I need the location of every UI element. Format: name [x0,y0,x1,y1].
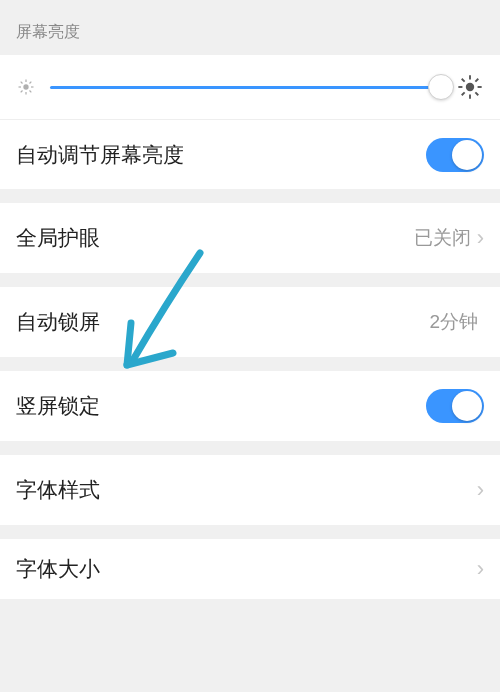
brightness-high-icon [456,73,484,101]
toggle-knob [452,391,482,421]
brightness-slider-track[interactable] [50,86,442,89]
section-gap [0,525,500,539]
orientation-lock-row[interactable]: 竖屏锁定 [0,371,500,441]
svg-line-7 [21,91,23,93]
auto-brightness-row[interactable]: 自动调节屏幕亮度 [0,119,500,189]
auto-brightness-label: 自动调节屏幕亮度 [16,141,426,169]
brightness-section-header: 屏幕亮度 [0,0,500,55]
font-style-row[interactable]: 字体样式 › [0,455,500,525]
svg-line-8 [30,82,32,84]
font-style-label: 字体样式 [16,476,477,504]
section-gap [0,441,500,455]
svg-point-0 [23,84,28,89]
auto-lock-row[interactable]: 自动锁屏 2分钟 [0,287,500,357]
auto-brightness-toggle[interactable] [426,138,484,172]
svg-line-16 [462,92,465,95]
auto-lock-value: 2分钟 [429,309,478,335]
toggle-knob [452,140,482,170]
font-size-row[interactable]: 字体大小 › [0,539,500,599]
eye-protection-row[interactable]: 全局护眼 已关闭 › [0,203,500,273]
svg-line-6 [30,91,32,93]
svg-line-14 [462,79,465,82]
svg-point-9 [466,83,474,91]
orientation-lock-label: 竖屏锁定 [16,392,426,420]
section-gap [0,273,500,287]
font-size-label: 字体大小 [16,555,477,583]
chevron-right-icon: › [477,227,484,249]
svg-line-15 [475,92,478,95]
brightness-slider-thumb[interactable] [428,74,454,100]
eye-protection-label: 全局护眼 [16,224,414,252]
svg-line-5 [21,82,23,84]
svg-line-17 [475,79,478,82]
eye-protection-value: 已关闭 [414,225,471,251]
auto-lock-label: 自动锁屏 [16,308,429,336]
section-gap [0,357,500,371]
brightness-slider-row[interactable] [0,55,500,119]
orientation-lock-toggle[interactable] [426,389,484,423]
brightness-low-icon [16,77,36,97]
chevron-right-icon: › [477,558,484,580]
section-gap [0,189,500,203]
chevron-right-icon: › [477,479,484,501]
